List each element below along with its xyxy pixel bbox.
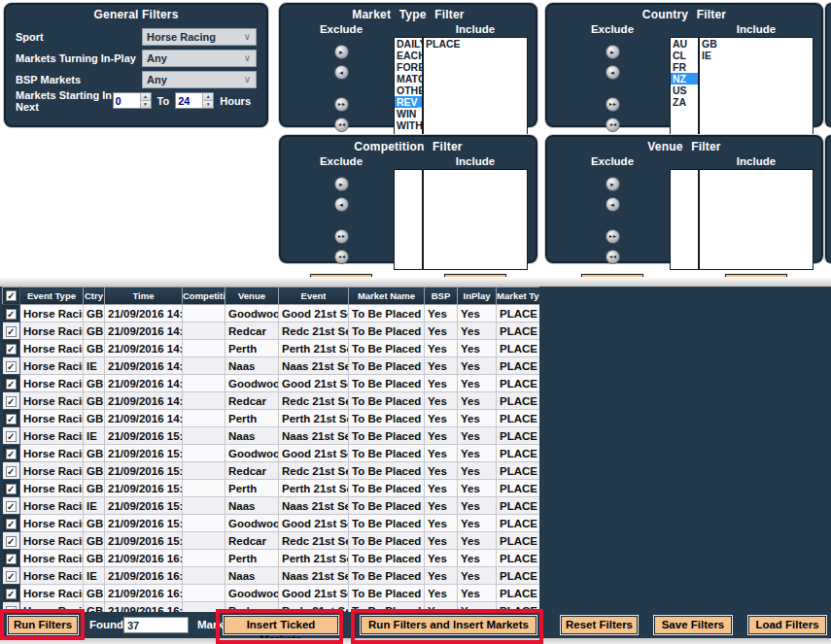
move-all-right-button[interactable]: ►► [334, 229, 349, 244]
include-listbox[interactable]: PLACE [423, 37, 528, 138]
exclude-listbox[interactable]: AUCLFRNZUSZA [670, 37, 699, 138]
row-checkbox[interactable]: ✓ [3, 410, 20, 427]
exclude-listbox[interactable] [670, 169, 699, 270]
spin-up-icon[interactable]: ▲ [141, 93, 151, 101]
table-row[interactable]: ✓Horse RacingGB21/09/2016 16:20GoodwoodG… [3, 585, 540, 602]
row-checkbox[interactable]: ✓ [3, 532, 20, 550]
bsp-dropdown[interactable]: Any ∨ [142, 71, 257, 88]
hours-to-input[interactable] [176, 93, 202, 108]
row-checkbox[interactable]: ✓ [3, 550, 20, 567]
move-all-left-button[interactable]: ◄◄ [334, 118, 349, 132]
include-listbox[interactable]: GBIE [699, 37, 814, 138]
list-item[interactable]: PLACE [424, 38, 527, 50]
row-checkbox[interactable]: ✓ [3, 322, 20, 340]
inplay-dropdown[interactable]: Any ∨ [142, 50, 257, 67]
table-row[interactable]: ✓Horse RacingGB21/09/2016 14:55PerthPert… [3, 410, 540, 427]
row-checkbox[interactable]: ✓ [3, 392, 20, 410]
row-checkbox[interactable]: ✓ [3, 305, 20, 322]
table-row[interactable]: ✓Horse RacingGB21/09/2016 14:10RedcarRed… [3, 322, 540, 340]
list-item[interactable]: FORECAST [395, 61, 422, 73]
list-item[interactable]: US [671, 85, 698, 96]
col-header-market-type[interactable]: Market Type [497, 288, 540, 305]
table-row[interactable]: ✓Horse RacingGB21/09/2016 15:20RedcarRed… [3, 462, 540, 480]
row-checkbox[interactable]: ✓ [3, 497, 20, 515]
move-right-button[interactable]: ► [606, 177, 620, 191]
row-checkbox[interactable]: ✓ [3, 427, 20, 445]
exclude-listbox[interactable] [394, 169, 423, 270]
col-header-event[interactable]: Event [279, 288, 349, 305]
move-right-button[interactable]: ► [606, 45, 620, 59]
table-row[interactable]: ✓Horse RacingGB21/09/2016 14:45RedcarRed… [3, 392, 540, 410]
row-checkbox[interactable]: ✓ [3, 567, 20, 585]
move-all-right-button[interactable]: ►► [334, 97, 349, 112]
table-row[interactable]: ✓Horse RacingGB21/09/2016 14:20PerthPert… [3, 340, 540, 357]
table-row[interactable]: ✓Horse RacingGB21/09/2016 15:45GoodwoodG… [3, 515, 540, 532]
col-header-competition[interactable]: Competition [183, 288, 225, 305]
move-all-left-button[interactable]: ◄◄ [334, 250, 349, 264]
spin-down-icon[interactable]: ▼ [203, 101, 213, 108]
include-listbox[interactable] [423, 169, 528, 270]
row-checkbox[interactable]: ✓ [3, 445, 20, 462]
table-row[interactable]: ✓Horse RacingGB21/09/2016 15:55RedcarRed… [3, 532, 540, 550]
list-item[interactable]: EACH_WAY [395, 50, 422, 61]
col-header-inplay[interactable]: InPlay [458, 288, 497, 305]
move-all-right-button[interactable]: ►► [606, 229, 620, 244]
row-checkbox[interactable]: ✓ [3, 585, 20, 602]
found-count-input[interactable] [123, 617, 189, 633]
sport-dropdown[interactable]: Horse Racing ∨ [142, 28, 257, 46]
table-row[interactable]: ✓Horse RacingGB21/09/2016 14:35GoodwoodG… [3, 375, 540, 392]
col-header-ctry[interactable]: Ctry [84, 288, 105, 305]
col-header-venue[interactable]: Venue [225, 288, 279, 305]
row-checkbox[interactable]: ✓ [3, 480, 20, 497]
list-item[interactable]: OTHER_PLACE [395, 85, 422, 96]
include-listbox[interactable] [699, 169, 814, 270]
move-left-button[interactable]: ◄ [334, 65, 349, 80]
list-item[interactable]: REV_FORECAST [395, 96, 422, 108]
table-row[interactable]: ✓Horse RacingGB21/09/2016 15:30PerthPert… [3, 480, 540, 497]
table-row[interactable]: ✓Horse RacingIE21/09/2016 15:40NaasNaas … [3, 497, 540, 515]
reset-filters-button[interactable]: Reset Filters [561, 616, 638, 634]
col-header-event-type[interactable]: Event Type [20, 288, 84, 305]
table-row[interactable]: ✓Horse RacingGB21/09/2016 15:10GoodwoodG… [3, 445, 540, 462]
hours-to-stepper[interactable]: ▲ ▼ [175, 92, 214, 109]
table-row[interactable]: ✓Horse RacingIE21/09/2016 14:30NaasNaas … [3, 357, 540, 375]
move-right-button[interactable]: ► [334, 177, 349, 191]
col-header-time[interactable]: Time [105, 288, 183, 305]
list-item[interactable]: NZ [671, 73, 698, 85]
table-row[interactable]: ✓Horse RacingIE21/09/2016 15:05NaasNaas … [3, 427, 540, 445]
move-all-left-button[interactable]: ◄◄ [606, 118, 620, 132]
list-item[interactable]: ZA [671, 96, 698, 108]
table-row[interactable]: ✓Horse RacingGB21/09/2016 14:00GoodwoodG… [3, 305, 540, 322]
row-checkbox[interactable]: ✓ [3, 515, 20, 532]
row-checkbox[interactable]: ✓ [3, 375, 20, 392]
list-item[interactable]: WIN [395, 108, 422, 119]
move-all-right-button[interactable]: ►► [606, 97, 620, 112]
spin-down-icon[interactable]: ▼ [141, 101, 151, 108]
exclude-listbox[interactable]: DAILY_WIN_DISTEACH_WAYFORECASTMATCH_BETO… [394, 37, 423, 138]
list-item[interactable]: IE [700, 50, 813, 61]
spin-up-icon[interactable]: ▲ [203, 93, 213, 101]
col-header-market-name[interactable]: Market Name [349, 288, 425, 305]
hours-from-stepper[interactable]: ▲ ▼ [113, 92, 152, 109]
col-header-bsp[interactable]: BSP [425, 288, 458, 305]
hours-from-input[interactable] [114, 93, 140, 108]
list-item[interactable]: DAILY_WIN_DIST [395, 38, 422, 50]
list-item[interactable]: WITHOUT_FAV [395, 119, 422, 131]
move-left-button[interactable]: ◄ [606, 65, 620, 80]
save-filters-button[interactable]: Save Filters [654, 616, 732, 634]
table-row[interactable]: ✓Horse RacingIE21/09/2016 16:15NaasNaas … [3, 567, 540, 585]
move-all-left-button[interactable]: ◄◄ [606, 250, 620, 264]
list-item[interactable]: CL [671, 50, 698, 61]
move-left-button[interactable]: ◄ [606, 197, 620, 212]
list-item[interactable]: FR [671, 61, 698, 73]
load-filters-button[interactable]: Load Filters [748, 616, 826, 634]
select-all-checkbox[interactable]: ✓ [3, 288, 20, 305]
row-checkbox[interactable]: ✓ [3, 340, 20, 357]
move-left-button[interactable]: ◄ [334, 197, 349, 212]
list-item[interactable]: AU [671, 38, 698, 50]
list-item[interactable]: MATCH_BET [395, 73, 422, 85]
move-right-button[interactable]: ► [334, 45, 349, 59]
table-row[interactable]: ✓Horse RacingGB21/09/2016 16:05PerthPert… [3, 550, 540, 567]
row-checkbox[interactable]: ✓ [3, 462, 20, 480]
list-item[interactable]: GB [700, 38, 813, 50]
